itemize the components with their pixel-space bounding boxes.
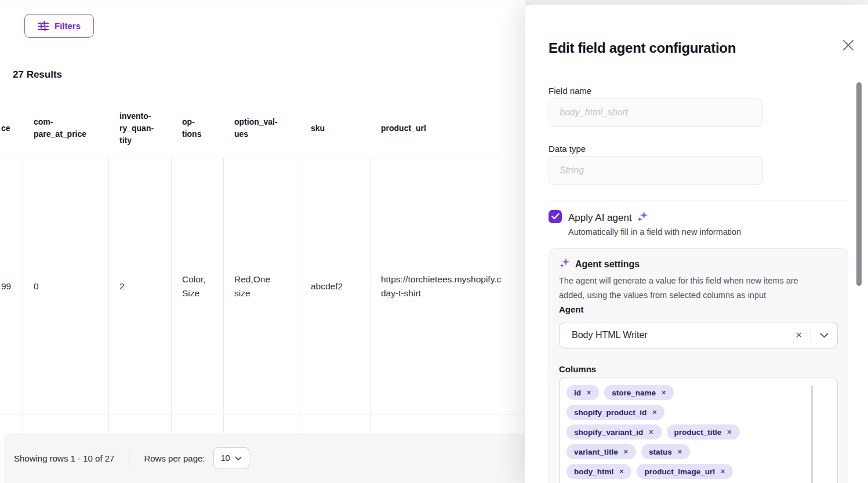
column-chip-label: body_html xyxy=(574,467,613,476)
table-cell[interactable]: abcdef2 xyxy=(300,158,371,415)
agent-settings-title: Agent settings xyxy=(575,259,640,270)
table-cell[interactable] xyxy=(300,415,371,433)
column-header: sku xyxy=(300,99,371,158)
column-chip[interactable]: store_name✕ xyxy=(604,385,674,400)
sparkles-icon xyxy=(637,210,648,225)
column-chip-label: variant_title xyxy=(574,448,618,456)
column-header: product_url xyxy=(371,99,533,158)
column-chip[interactable]: id✕ xyxy=(566,385,599,400)
column-chip[interactable]: body_html✕ xyxy=(566,464,631,479)
chip-row: id✕store_name✕ xyxy=(566,385,830,400)
chip-row: variant_title✕status✕ xyxy=(566,444,830,459)
sparkles-icon xyxy=(559,257,570,271)
chevron-down-icon[interactable] xyxy=(811,333,837,338)
table-cell[interactable]: 2 xyxy=(109,158,172,415)
column-header: invento- ry_quan- tity xyxy=(109,99,172,158)
table-cell[interactable]: 0 xyxy=(23,158,109,415)
rows-per-page-label: Rows per page: xyxy=(144,453,205,463)
table-cell[interactable] xyxy=(109,415,172,433)
agent-label: Agent xyxy=(559,304,584,314)
pagination-bar: Showing rows 1 - 10 of 27 Rows per page:… xyxy=(3,433,533,483)
remove-chip-icon[interactable]: ✕ xyxy=(652,409,657,416)
apply-ai-agent-checkbox[interactable] xyxy=(549,210,562,223)
column-chip[interactable]: product_title✕ xyxy=(667,424,740,440)
column-header: com- pare_at_price xyxy=(23,99,109,158)
panel-scrollbar[interactable] xyxy=(856,82,862,286)
table-cell[interactable] xyxy=(0,415,23,433)
table-cell[interactable]: 99 xyxy=(0,158,23,415)
columns-scrollbar[interactable] xyxy=(811,385,813,483)
column-chip-label: status xyxy=(649,448,672,456)
clear-icon[interactable]: ✕ xyxy=(787,330,811,340)
checkmark-icon xyxy=(551,212,560,222)
filters-button[interactable]: Filters xyxy=(24,14,94,38)
table-cell[interactable] xyxy=(23,415,109,433)
remove-chip-icon[interactable]: ✕ xyxy=(586,390,591,396)
column-chip-label: store_name xyxy=(612,388,656,397)
column-chip[interactable]: shopify_variant_id✕ xyxy=(566,424,662,440)
column-header: option_val- ues xyxy=(224,99,300,158)
remove-chip-icon[interactable]: ✕ xyxy=(661,390,666,396)
column-chip[interactable]: variant_title✕ xyxy=(566,444,636,459)
column-chip[interactable]: shopify_product_id✕ xyxy=(566,405,664,420)
apply-ai-agent-label: Apply AI agent xyxy=(568,210,648,225)
section-divider xyxy=(549,201,848,201)
field-name-input[interactable] xyxy=(549,98,763,127)
remove-chip-icon[interactable]: ✕ xyxy=(720,469,725,475)
agent-settings-card: Agent settings The agent will generate a… xyxy=(549,248,848,483)
results-count: 27 Results xyxy=(13,69,62,81)
remove-chip-icon[interactable]: ✕ xyxy=(648,429,653,435)
remove-chip-icon[interactable]: ✕ xyxy=(623,449,629,455)
filters-button-label: Filters xyxy=(55,21,81,31)
agent-select[interactable]: Body HTML Writer ✕ xyxy=(559,322,838,348)
column-chip[interactable]: product_image_url✕ xyxy=(637,464,733,479)
table-cell[interactable] xyxy=(172,415,224,433)
chip-row: shopify_product_id✕ xyxy=(566,405,830,420)
column-chip-label: shopify_product_id xyxy=(574,408,647,417)
agent-settings-description: The agent will generate a value for this… xyxy=(559,274,814,303)
table-cell[interactable]: Color, Size xyxy=(172,158,224,415)
table-cell[interactable]: Red,One size xyxy=(224,158,300,415)
chip-row: shopify_variant_id✕product_title✕ xyxy=(566,424,830,440)
table-header-row: cecom- pare_at_priceinvento- ry_quan- ti… xyxy=(0,99,533,158)
column-header: ce xyxy=(0,99,23,158)
column-chip-label: id xyxy=(574,388,581,397)
data-type-input[interactable] xyxy=(549,156,763,185)
top-divider xyxy=(0,2,525,2)
table-cell[interactable]: https://torchietees.myshopify.c day-t-sh… xyxy=(371,158,533,415)
agent-select-value: Body HTML Writer xyxy=(572,330,787,340)
column-chip-label: shopify_variant_id xyxy=(574,428,643,437)
remove-chip-icon[interactable]: ✕ xyxy=(727,429,732,435)
pagination-divider xyxy=(129,449,129,467)
column-chip-label: product_title xyxy=(674,428,722,437)
rows-per-page-value: 10 xyxy=(221,453,230,463)
close-icon[interactable] xyxy=(840,37,857,54)
columns-multiselect[interactable]: id✕store_name✕shopify_product_id✕shopify… xyxy=(559,377,838,483)
table-row[interactable] xyxy=(0,415,533,433)
remove-chip-icon[interactable]: ✕ xyxy=(677,449,682,455)
chip-row: body_html✕product_image_url✕ xyxy=(566,464,830,479)
column-header: op- tions xyxy=(172,99,224,158)
data-type-label: Data type xyxy=(549,144,586,154)
columns-label: Columns xyxy=(559,364,596,374)
table-cell[interactable] xyxy=(224,415,300,433)
apply-ai-agent-description: Automatically fill in a field with new i… xyxy=(568,227,741,237)
rows-per-page-select[interactable]: 10 xyxy=(213,447,249,469)
table-cell[interactable] xyxy=(371,415,533,433)
remove-chip-icon[interactable]: ✕ xyxy=(619,469,624,475)
edit-field-agent-panel: Edit field agent configuration Field nam… xyxy=(525,5,868,483)
agent-settings-header: Agent settings xyxy=(559,257,640,271)
panel-title: Edit field agent configuration xyxy=(549,40,736,56)
field-name-label: Field name xyxy=(549,86,591,96)
chevron-down-icon xyxy=(235,453,242,463)
table-row[interactable]: 9902Color, SizeRed,One sizeabcdef2https:… xyxy=(0,158,533,415)
pagination-summary: Showing rows 1 - 10 of 27 xyxy=(14,453,114,463)
column-chip[interactable]: status✕ xyxy=(641,444,690,459)
filter-sliders-icon xyxy=(38,21,49,31)
column-chip-label: product_image_url xyxy=(644,467,715,476)
